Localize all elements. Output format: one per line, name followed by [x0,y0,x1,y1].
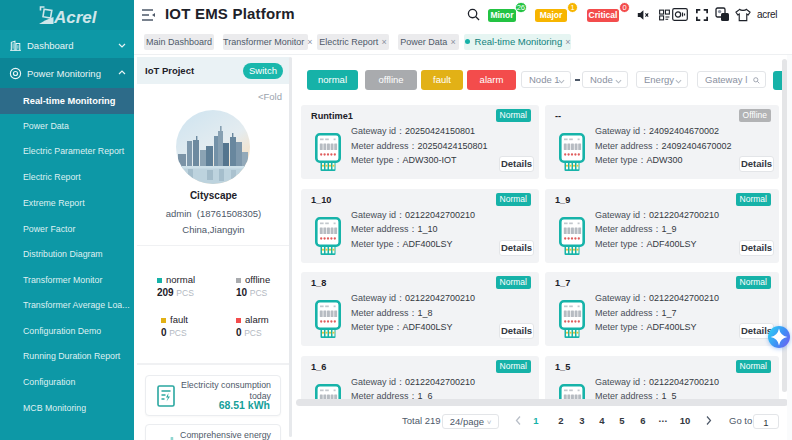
svg-text:Acrel: Acrel [53,8,98,27]
